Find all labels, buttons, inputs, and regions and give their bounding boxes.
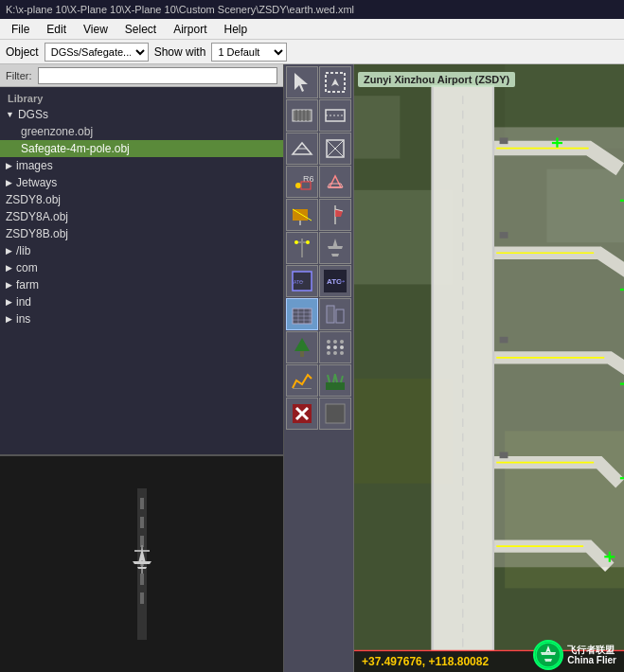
- right-side: R6: [284, 64, 624, 672]
- tree-group-header-ins[interactable]: ▶ ins: [0, 310, 283, 327]
- svg-text:ATC: ATC: [294, 279, 303, 285]
- light-btn[interactable]: [286, 232, 318, 264]
- atc-btn[interactable]: ATC →: [319, 265, 351, 297]
- building-btn[interactable]: [286, 298, 318, 330]
- object-select[interactable]: DGSs/Safegate...: [45, 43, 149, 62]
- group-name-zsdy8: ZSDY8.obj: [6, 193, 61, 206]
- filter-label: Filter:: [6, 70, 32, 81]
- tree-group-header-zsdy8[interactable]: ZSDY8.obj: [0, 191, 283, 208]
- tree-group-header-images[interactable]: ▶ images: [0, 157, 283, 174]
- group-name-zsdy8b: ZSDY8B.obj: [6, 227, 68, 240]
- icon-row-5: [286, 199, 351, 231]
- tree-group-header-jetways[interactable]: ▶ Jetways: [0, 174, 283, 191]
- select-arrow-btn[interactable]: [286, 66, 318, 98]
- svg-rect-111: [500, 452, 508, 459]
- exclusion-btn[interactable]: [319, 133, 351, 165]
- filter-input[interactable]: [38, 67, 278, 84]
- menu-help[interactable]: Help: [217, 21, 256, 38]
- svg-rect-109: [500, 232, 508, 239]
- coordinates: +37.497676, +118.80082: [362, 655, 489, 668]
- dashed-select-btn[interactable]: [319, 66, 351, 98]
- filter-bar: Filter:: [0, 64, 283, 87]
- library-label: Library: [0, 91, 283, 106]
- svg-point-70: [327, 351, 330, 355]
- triangle-icon-com: ▶: [6, 263, 12, 273]
- dots-btn[interactable]: [319, 331, 351, 363]
- svg-marker-115: [541, 652, 556, 655]
- group-name-com: com: [16, 261, 38, 274]
- svg-point-39: [306, 240, 310, 244]
- group-name-farm: farm: [16, 278, 39, 292]
- svg-rect-6: [140, 592, 144, 604]
- delete-btn[interactable]: [286, 398, 318, 430]
- preview-pane: [0, 454, 283, 672]
- tree-item-greenzone[interactable]: greenzone.obj: [0, 123, 283, 140]
- tree-item-safegate[interactable]: Safegate-4m-pole.obj: [0, 140, 283, 157]
- coords-bar: +37.497676, +118.80082 飞行者联盟: [354, 651, 624, 672]
- triangle-icon-jetways: ▶: [6, 178, 12, 187]
- svg-rect-63: [300, 351, 304, 357]
- menu-edit[interactable]: Edit: [39, 21, 74, 38]
- autogen-btn[interactable]: [319, 298, 351, 330]
- menu-select[interactable]: Select: [117, 21, 164, 38]
- tree-group-header-lib[interactable]: ▶ /lib: [0, 242, 283, 259]
- tree-group-header-com[interactable]: ▶ com: [0, 259, 283, 276]
- chart-btn[interactable]: [286, 364, 318, 397]
- tree-btn[interactable]: [286, 331, 318, 363]
- svg-rect-82: [326, 404, 345, 423]
- china-flier-circle: [533, 640, 563, 670]
- map-area[interactable]: Zunyi Xinzhou Airport (ZSDY) +37.497676,…: [354, 64, 624, 672]
- facade-btn[interactable]: [319, 166, 351, 198]
- menu-airport[interactable]: Airport: [166, 21, 214, 38]
- svg-rect-74: [326, 382, 345, 390]
- triangle-icon-ins: ▶: [6, 314, 12, 324]
- left-panel: Filter: Library ▼ DGSs greenzone.obj Saf…: [0, 64, 284, 672]
- svg-rect-1: [140, 498, 144, 509]
- menu-view[interactable]: View: [76, 21, 116, 38]
- windsock-btn[interactable]: [319, 199, 351, 231]
- tree-group-zsdy8a: ZSDY8A.obj: [0, 208, 283, 225]
- map-svg: [354, 64, 624, 672]
- airplane-btn[interactable]: [319, 232, 351, 264]
- misc-btn[interactable]: [319, 398, 351, 430]
- icon-row-6: [286, 232, 351, 264]
- svg-line-75: [328, 375, 330, 382]
- svg-marker-116: [544, 659, 552, 662]
- icon-row-4: R6: [286, 166, 351, 198]
- svg-point-69: [340, 340, 344, 344]
- svg-point-65: [333, 345, 337, 349]
- svg-rect-95: [494, 127, 624, 567]
- tree-group-header-zsdy8a[interactable]: ZSDY8A.obj: [0, 208, 283, 225]
- show-with-select[interactable]: 1 Default23: [211, 43, 287, 62]
- icon-row-8: [286, 298, 351, 330]
- runway-btn[interactable]: [286, 99, 318, 132]
- menu-file[interactable]: File: [4, 21, 37, 38]
- group-name-ind: ind: [16, 295, 31, 309]
- icon-row-10: [286, 364, 351, 397]
- tree-group-com: ▶ com: [0, 259, 283, 276]
- group-name-dggs: DGSs: [18, 108, 48, 121]
- tree-group-header-dggs[interactable]: ▼ DGSs: [0, 106, 283, 123]
- taxiway-btn[interactable]: [319, 99, 351, 132]
- icon-row-11: [286, 398, 351, 430]
- ramp-btn[interactable]: [286, 133, 318, 165]
- svg-point-64: [327, 345, 330, 349]
- object-btn[interactable]: R6: [286, 166, 318, 198]
- tree-group-header-farm[interactable]: ▶ farm: [0, 276, 283, 293]
- svg-rect-59: [336, 309, 344, 323]
- icon-toolbar: R6: [284, 64, 354, 672]
- tree-group-farm: ▶ farm: [0, 276, 283, 293]
- svg-point-38: [294, 240, 298, 244]
- tree-group-lib: ▶ /lib: [0, 242, 283, 259]
- boundary-btn[interactable]: → ATC: [286, 265, 318, 297]
- sign-btn[interactable]: [286, 199, 318, 231]
- svg-marker-42: [331, 254, 339, 256]
- tree-group-dggs: ▼ DGSs greenzone.obj Safegate-4m-pole.ob…: [0, 106, 283, 157]
- tree-group-header-ind[interactable]: ▶ ind: [0, 293, 283, 310]
- show-with-label: Show with: [154, 45, 206, 59]
- svg-marker-62: [294, 338, 310, 351]
- tree-group-header-zsdy8b[interactable]: ZSDY8B.obj: [0, 225, 283, 242]
- china-flier-text: 飞行者联盟 China Flier: [567, 645, 616, 665]
- icon-row-3: [286, 133, 351, 165]
- grass-btn[interactable]: [319, 364, 351, 397]
